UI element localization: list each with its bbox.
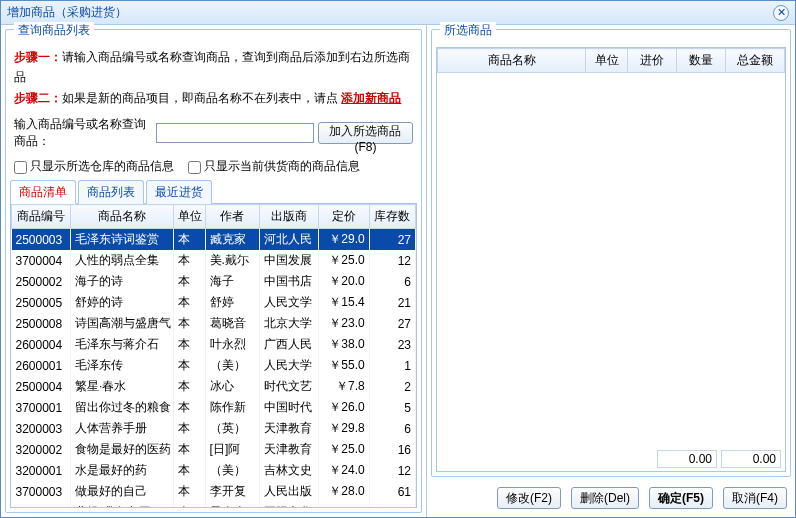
- tabs: 商品清单 商品列表 最近进货: [10, 179, 417, 204]
- step1-line: 步骤一：请输入商品编号或名称查询商品，查询到商品后添加到右边所选商品: [14, 47, 413, 88]
- table-row[interactable]: 2600001毛泽东传本（美）人民大学￥55.01: [12, 355, 416, 376]
- table-row[interactable]: 2600002曹操·喋血中原本子金山国际文化￥25.03: [12, 502, 416, 508]
- col-header[interactable]: 单位: [174, 205, 206, 229]
- step2-line: 步骤二：如果是新的商品项目，即商品名称不在列表中，请点 添加新商品: [14, 88, 413, 108]
- cancel-button[interactable]: 取消(F4): [723, 487, 787, 509]
- add-product-window: 增加商品（采购进货） ✕ 查询商品列表 步骤一：请输入商品编号或名称查询商品，查…: [0, 0, 796, 518]
- step1-text: 请输入商品编号或名称查询商品，查询到商品后添加到右边所选商品: [14, 50, 410, 84]
- total-qty: 0.00: [657, 450, 717, 468]
- col-header[interactable]: 库存数: [369, 205, 415, 229]
- chk-supplier-only-input[interactable]: [188, 161, 201, 174]
- action-bar: 修改(F2) 删除(Del) 确定(F5) 取消(F4): [427, 481, 795, 517]
- ok-button[interactable]: 确定(F5): [649, 487, 713, 509]
- total-amount: 0.00: [721, 450, 781, 468]
- table-row[interactable]: 3200001水是最好的药本（美）吉林文史￥24.012: [12, 460, 416, 481]
- col-header[interactable]: 总金额: [725, 49, 784, 73]
- search-group-title: 查询商品列表: [14, 22, 94, 39]
- search-pane: 查询商品列表 步骤一：请输入商品编号或名称查询商品，查询到商品后添加到右边所选商…: [1, 25, 427, 517]
- selected-pane: 所选商品 商品名称单位进价数量总金额 0.00 0.00 修改(F2) 删除(D…: [427, 25, 795, 517]
- product-grid-scroll[interactable]: 商品编号商品名称单位作者出版商定价库存数 2500003毛泽东诗词鉴赏本臧克家河…: [10, 204, 417, 508]
- chk-warehouse-only[interactable]: 只显示所选仓库的商品信息: [14, 158, 174, 175]
- chk-supplier-only[interactable]: 只显示当前供货商的商品信息: [188, 158, 360, 175]
- col-header[interactable]: 进价: [628, 49, 677, 73]
- col-header[interactable]: 数量: [677, 49, 726, 73]
- table-row[interactable]: 3200003人体营养手册本（英）天津教育￥29.86: [12, 418, 416, 439]
- table-row[interactable]: 3700001留出你过冬的粮食本陈作新中国时代￥26.05: [12, 397, 416, 418]
- close-icon[interactable]: ✕: [773, 5, 789, 21]
- table-row[interactable]: 2500003毛泽东诗词鉴赏本臧克家河北人民￥29.027: [12, 229, 416, 251]
- product-grid: 商品编号商品名称单位作者出版商定价库存数 2500003毛泽东诗词鉴赏本臧克家河…: [11, 204, 416, 508]
- tab-table[interactable]: 商品列表: [78, 180, 144, 204]
- col-header[interactable]: 出版商: [260, 205, 319, 229]
- col-header[interactable]: 商品名称: [438, 49, 586, 73]
- table-row[interactable]: 2500002海子的诗本海子中国书店￥20.06: [12, 271, 416, 292]
- table-row[interactable]: 2600004毛泽东与蒋介石本叶永烈广西人民￥38.023: [12, 334, 416, 355]
- table-row[interactable]: 3200002食物是最好的医药本[日]阿天津教育￥25.016: [12, 439, 416, 460]
- add-selected-button[interactable]: 加入所选商品(F8): [318, 122, 413, 144]
- col-header[interactable]: 商品名称: [70, 205, 173, 229]
- search-label: 输入商品编号或名称查询商品：: [14, 116, 152, 150]
- add-new-product-link[interactable]: 添加新商品: [341, 91, 401, 105]
- table-row[interactable]: 2500008诗国高潮与盛唐气本葛晓音北京大学￥23.027: [12, 313, 416, 334]
- col-header[interactable]: 作者: [205, 205, 260, 229]
- tab-list[interactable]: 商品清单: [10, 180, 76, 204]
- table-row[interactable]: 3700004人性的弱点全集本美.戴尓中国发展￥25.012: [12, 250, 416, 271]
- search-input[interactable]: [156, 123, 314, 143]
- table-row[interactable]: 3700003做最好的自己本李开复人民出版￥28.061: [12, 481, 416, 502]
- col-header[interactable]: 定价: [319, 205, 370, 229]
- table-row[interactable]: 2500004繁星·春水本冰心时代文艺￥7.82: [12, 376, 416, 397]
- selected-group-title: 所选商品: [440, 22, 496, 39]
- window-title: 增加商品（采购进货）: [7, 4, 127, 21]
- chk-warehouse-only-input[interactable]: [14, 161, 27, 174]
- col-header[interactable]: 单位: [586, 49, 628, 73]
- tab-recent[interactable]: 最近进货: [146, 180, 212, 204]
- modify-button[interactable]: 修改(F2): [497, 487, 561, 509]
- table-row[interactable]: 2500005舒婷的诗本舒婷人民文学￥15.421: [12, 292, 416, 313]
- step2-label: 步骤二：: [14, 91, 62, 105]
- delete-button[interactable]: 删除(Del): [571, 487, 639, 509]
- selected-grid: 商品名称单位进价数量总金额 0.00 0.00: [436, 47, 786, 472]
- step2-text: 如果是新的商品项目，即商品名称不在列表中，请点: [62, 91, 338, 105]
- step1-label: 步骤一：: [14, 50, 62, 64]
- selected-grid-body[interactable]: [437, 73, 785, 447]
- totals-row: 0.00 0.00: [437, 447, 785, 471]
- titlebar: 增加商品（采购进货） ✕: [1, 1, 795, 25]
- col-header[interactable]: 商品编号: [12, 205, 71, 229]
